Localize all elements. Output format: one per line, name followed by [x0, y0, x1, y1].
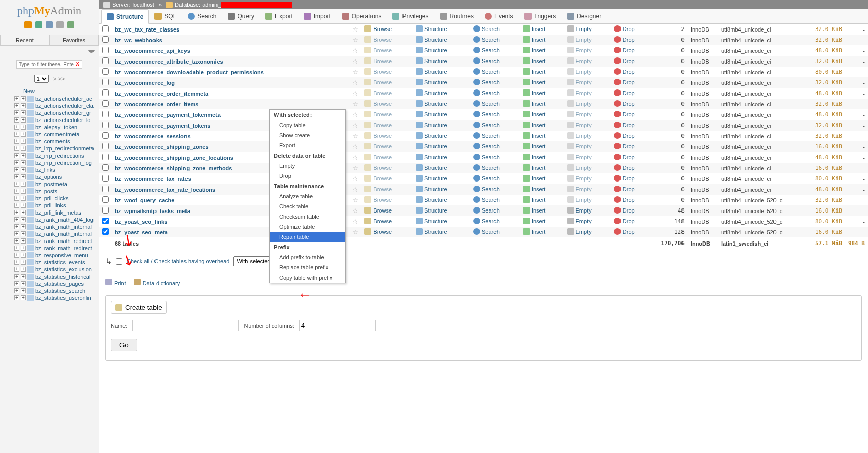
empty-link[interactable]: Empty	[567, 154, 592, 160]
search-link[interactable]: Search	[473, 111, 500, 117]
empty-link[interactable]: Empty	[567, 79, 592, 85]
drop-link[interactable]: Drop	[614, 122, 635, 128]
tree-node[interactable]: ++bz_rank_math_internal	[2, 223, 99, 230]
search-link[interactable]: Search	[473, 175, 500, 182]
insert-link[interactable]: Insert	[523, 89, 546, 96]
search-link[interactable]: Search	[473, 154, 500, 160]
insert-link[interactable]: Insert	[523, 25, 546, 32]
tree-node-label[interactable]: bz_links	[35, 167, 55, 173]
structure-link[interactable]: Structure	[416, 100, 447, 107]
tab-structure[interactable]: Structure	[101, 9, 149, 24]
tree-node-label[interactable]: bz_posts	[35, 188, 57, 194]
expand-icon[interactable]: +	[14, 288, 19, 293]
tree-node[interactable]: ++bz_actionscheduler_ac	[2, 95, 99, 102]
tab-designer[interactable]: Designer	[562, 9, 607, 23]
menu-drop[interactable]: Drop	[270, 171, 345, 181]
tree-node[interactable]: ++bz_rank_math_internal	[2, 230, 99, 237]
browse-link[interactable]: Browse	[364, 186, 392, 192]
table-name-link[interactable]: bz_wpmailsmtp_tasks_meta	[115, 208, 190, 214]
structure-link[interactable]: Structure	[416, 186, 447, 192]
tree-node[interactable]: ++bz_irrp_redirectionmeta	[2, 145, 99, 152]
menu-copy-table[interactable]: Copy table	[270, 120, 345, 130]
expand-icon[interactable]: +	[21, 281, 26, 286]
tree-node-label[interactable]: bz_options	[35, 174, 62, 180]
expand-icon[interactable]: +	[21, 238, 26, 244]
table-name-link[interactable]: bz_woocommerce_shipping_zone_methods	[115, 165, 232, 171]
drop-link[interactable]: Drop	[614, 207, 635, 214]
search-link[interactable]: Search	[473, 164, 500, 171]
favorite-star[interactable]: ☆	[349, 45, 361, 56]
tree-node-label[interactable]: bz_irrp_redirections	[35, 153, 84, 159]
row-checkbox[interactable]	[102, 143, 109, 149]
drop-link[interactable]: Drop	[614, 186, 635, 192]
home-icon[interactable]	[24, 21, 32, 28]
browse-link[interactable]: Browse	[364, 132, 392, 139]
drop-link[interactable]: Drop	[614, 164, 635, 171]
insert-link[interactable]: Insert	[523, 111, 546, 117]
insert-link[interactable]: Insert	[523, 175, 546, 182]
tree-node[interactable]: ++bz_postmeta	[2, 180, 99, 188]
insert-link[interactable]: Insert	[523, 143, 546, 149]
tree-node-label[interactable]: bz_actionscheduler_lo	[35, 117, 90, 123]
empty-link[interactable]: Empty	[567, 186, 592, 192]
browse-link[interactable]: Browse	[364, 164, 392, 171]
table-name-link[interactable]: bz_wc_webhooks	[115, 37, 162, 43]
expand-icon[interactable]: +	[21, 174, 26, 179]
row-checkbox[interactable]	[102, 47, 109, 53]
structure-link[interactable]: Structure	[416, 111, 447, 117]
print-link[interactable]: Print	[105, 280, 126, 286]
browse-link[interactable]: Browse	[364, 79, 392, 85]
drop-link[interactable]: Drop	[614, 89, 635, 96]
menu-optimize[interactable]: Optimize table	[270, 222, 345, 232]
favorite-star[interactable]: ☆	[349, 184, 361, 195]
data-dictionary-link[interactable]: Data dictionary	[134, 280, 180, 286]
structure-link[interactable]: Structure	[416, 68, 447, 75]
search-link[interactable]: Search	[473, 57, 500, 64]
insert-link[interactable]: Insert	[523, 218, 546, 224]
create-cols-input[interactable]	[299, 320, 376, 331]
tree-node-label[interactable]: bz_rank_math_internal	[35, 231, 92, 237]
row-checkbox[interactable]	[102, 79, 109, 85]
browse-link[interactable]: Browse	[364, 154, 392, 160]
drop-link[interactable]: Drop	[614, 111, 635, 117]
search-link[interactable]: Search	[473, 132, 500, 139]
tree-node-label[interactable]: bz_postmeta	[35, 181, 67, 187]
empty-link[interactable]: Empty	[567, 100, 592, 107]
search-link[interactable]: Search	[473, 25, 500, 32]
table-name-link[interactable]: bz_wc_tax_rate_classes	[115, 26, 179, 33]
empty-link[interactable]: Empty	[567, 132, 592, 139]
tree-node[interactable]: ++bz_responsive_menu	[2, 252, 99, 259]
structure-link[interactable]: Structure	[416, 228, 447, 235]
favorite-star[interactable]: ☆	[349, 131, 361, 141]
expand-icon[interactable]: +	[14, 210, 19, 215]
structure-link[interactable]: Structure	[416, 132, 447, 139]
browse-link[interactable]: Browse	[364, 196, 392, 203]
insert-link[interactable]: Insert	[523, 154, 546, 160]
tree-node-label[interactable]: bz_statistics_useronlin	[35, 295, 91, 301]
expand-icon[interactable]: +	[21, 246, 26, 251]
search-link[interactable]: Search	[473, 207, 500, 214]
table-name-link[interactable]: bz_woocommerce_payment_tokens	[115, 123, 210, 129]
tree-node[interactable]: ++bz_alepay_token	[2, 124, 99, 131]
insert-link[interactable]: Insert	[523, 36, 546, 43]
browse-link[interactable]: Browse	[364, 25, 392, 32]
row-checkbox[interactable]	[102, 186, 109, 192]
favorite-star[interactable]: ☆	[349, 173, 361, 184]
expand-icon[interactable]: +	[21, 203, 26, 208]
expand-icon[interactable]: +	[21, 288, 26, 293]
row-checkbox[interactable]	[102, 175, 109, 182]
tree-node-label[interactable]: bz_actionscheduler_gr	[35, 110, 91, 116]
structure-link[interactable]: Structure	[416, 196, 447, 203]
create-table-button[interactable]: Create table	[111, 301, 167, 314]
browse-link[interactable]: Browse	[364, 47, 392, 53]
expand-icon[interactable]: +	[14, 110, 19, 115]
row-checkbox[interactable]	[102, 154, 109, 160]
tree-node-label[interactable]: bz_responsive_menu	[35, 252, 88, 258]
row-checkbox[interactable]	[102, 207, 109, 214]
tree-node-label[interactable]: bz_alepay_token	[35, 124, 77, 130]
structure-link[interactable]: Structure	[416, 89, 447, 96]
tree-node[interactable]: ++bz_rank_math_redirect	[2, 237, 99, 245]
drop-link[interactable]: Drop	[614, 132, 635, 139]
table-name-link[interactable]: bz_yoast_seo_meta	[115, 229, 168, 235]
insert-link[interactable]: Insert	[523, 196, 546, 203]
